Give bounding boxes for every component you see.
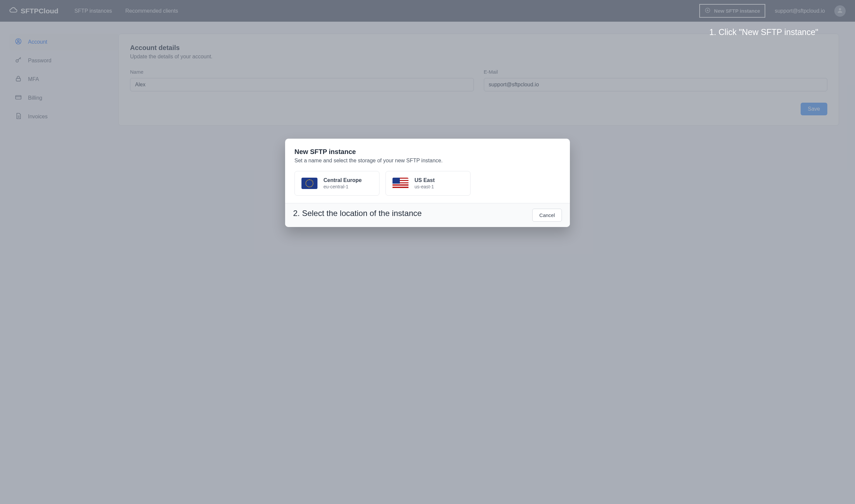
svg-rect-5 (16, 78, 21, 81)
modal-subtitle: Set a name and select the storage of you… (295, 158, 560, 164)
sidebar-item-label: MFA (28, 76, 39, 82)
region-name: Central Europe (323, 177, 362, 183)
sidebar-item-label: Account (28, 39, 47, 45)
svg-point-3 (17, 40, 19, 42)
sidebar-item-password[interactable]: Password (9, 52, 118, 69)
modal-footer: 2. Select the location of the instance C… (285, 203, 570, 227)
svg-rect-6 (16, 96, 21, 99)
flag-eu-icon (301, 178, 318, 189)
region-code: eu-central-1 (323, 184, 362, 189)
region-option-eu[interactable]: Central Europe eu-central-1 (295, 171, 379, 196)
sidebar-item-account[interactable]: Account (9, 34, 118, 50)
sidebar-item-label: Password (28, 58, 51, 64)
sidebar-item-label: Invoices (28, 114, 48, 120)
page-body: Account Password MFA Billing Invoices (0, 22, 855, 127)
email-input[interactable] (484, 78, 828, 91)
support-email[interactable]: support@sftpcloud.io (774, 8, 825, 14)
region-option-us[interactable]: US East us-east-1 (386, 171, 470, 196)
user-icon (837, 7, 843, 15)
name-input[interactable] (130, 78, 474, 91)
brand[interactable]: SFTPCloud (9, 6, 58, 16)
region-text: Central Europe eu-central-1 (323, 177, 362, 189)
brand-name: SFTPCloud (21, 7, 58, 15)
card-title: Account details (130, 44, 827, 52)
region-code: us-east-1 (414, 184, 434, 189)
cloud-icon (9, 6, 18, 16)
nav-link-recommended-clients[interactable]: Recommended clients (125, 8, 178, 14)
form-row: Name E-Mail (130, 69, 827, 91)
new-instance-label: New SFTP instance (714, 8, 760, 14)
account-details-card: Account details Update the details of yo… (118, 34, 839, 126)
new-instance-modal: New SFTP instance Set a name and select … (285, 139, 570, 227)
nav-link-sftp-instances[interactable]: SFTP instances (74, 8, 112, 14)
region-text: US East us-east-1 (414, 177, 434, 189)
sidebar-item-label: Billing (28, 95, 42, 101)
name-field-wrap: Name (130, 69, 474, 91)
cancel-button[interactable]: Cancel (532, 209, 562, 222)
annotation-step-1: 1. Click "New SFTP instance" (709, 27, 818, 37)
plus-circle-icon (705, 7, 711, 14)
annotation-step-2: 2. Select the location of the instance (293, 209, 422, 222)
email-label: E-Mail (484, 69, 828, 75)
content: Account details Update the details of yo… (118, 34, 855, 127)
user-circle-icon (15, 38, 22, 46)
navbar: SFTPCloud SFTP instances Recommended cli… (0, 0, 855, 22)
flag-us-icon (392, 178, 409, 189)
modal-body: New SFTP instance Set a name and select … (285, 139, 570, 203)
nav-links: SFTP instances Recommended clients (74, 8, 178, 14)
card-icon (15, 94, 22, 102)
sidebar: Account Password MFA Billing Invoices (0, 34, 118, 127)
card-subtitle: Update the details of your account. (130, 54, 827, 60)
region-row: Central Europe eu-central-1 US East us-e… (295, 171, 560, 196)
card-actions: Save (130, 103, 827, 115)
document-icon (15, 112, 22, 121)
region-name: US East (414, 177, 434, 183)
avatar[interactable] (834, 5, 846, 17)
svg-point-1 (839, 8, 841, 10)
nav-right: New SFTP instance support@sftpcloud.io (699, 4, 846, 18)
modal-title: New SFTP instance (295, 148, 560, 156)
new-sftp-instance-button[interactable]: New SFTP instance (699, 4, 765, 18)
sidebar-item-billing[interactable]: Billing (9, 90, 118, 106)
name-label: Name (130, 69, 474, 75)
sidebar-item-mfa[interactable]: MFA (9, 71, 118, 88)
save-button[interactable]: Save (801, 103, 827, 115)
sidebar-item-invoices[interactable]: Invoices (9, 108, 118, 125)
key-icon (15, 56, 22, 65)
email-field-wrap: E-Mail (484, 69, 828, 91)
lock-icon (15, 75, 22, 84)
